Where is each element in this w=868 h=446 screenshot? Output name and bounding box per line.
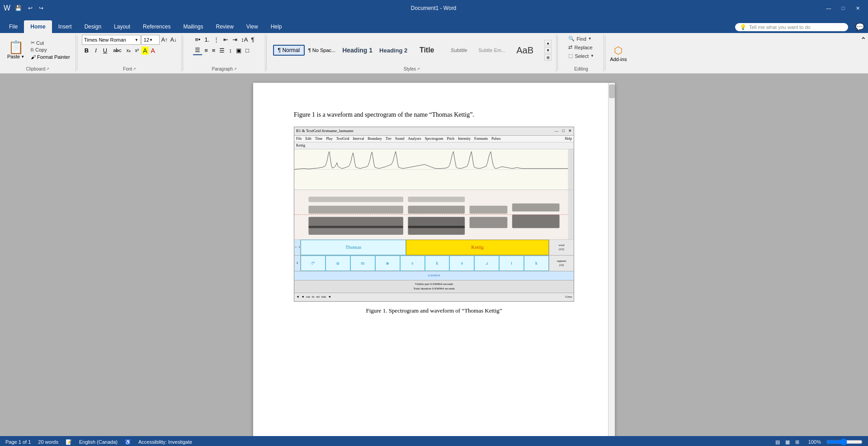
numbering-btn[interactable]: 1. [203,35,211,44]
style-normal[interactable]: ¶ Normal [273,45,305,56]
styles-expand[interactable]: ⊞ [544,54,552,61]
spec-textgrid-segments: 2 tʰ ɑ m ə s k e ɹ t k segment (10) [294,256,574,271]
body-paragraph[interactable]: Figure 1 is a waveform and spectrogram o… [294,110,574,119]
align-right-btn[interactable]: ≡ [210,46,217,55]
increase-font-btn[interactable]: A↑ [160,36,169,43]
align-left-btn[interactable]: ☰ [193,46,202,55]
find-icon: 🔍 [568,36,575,42]
tab-help[interactable]: Help [264,20,288,33]
styles-scroll-down[interactable]: ▼ [544,47,552,53]
ctrl-play[interactable]: ◄ [328,294,331,299]
cut-button[interactable]: ✂ Cut [29,39,72,46]
find-dropdown-icon[interactable]: ▼ [588,37,592,41]
style-no-space[interactable]: ¶ No Spac... [305,46,339,55]
style-heading-large[interactable]: AaB [509,43,541,57]
redo-quick-btn[interactable]: ↪ [37,4,45,12]
word-count: 20 words [38,439,58,445]
justify-btn[interactable]: ☰ [217,46,226,55]
print-layout-icon[interactable]: ▦ [785,439,790,445]
tell-me-text[interactable]: Tell me what you want to do [749,24,811,30]
svg-rect-6 [308,196,403,202]
find-button[interactable]: 🔍 Find ▼ [566,35,594,43]
accessibility-status[interactable]: Accessibility: Investigate [138,439,192,445]
borders-btn[interactable]: □ [244,46,251,55]
subscript-btn[interactable]: x₂ [125,47,132,54]
zoom-slider[interactable] [826,438,863,446]
web-layout-icon[interactable]: ⊞ [795,439,799,445]
styles-expand-icon[interactable]: ↗ [417,67,420,71]
scroll-thumb[interactable] [609,85,615,98]
ctrl-back[interactable]: ◄ [296,294,299,299]
style-heading1[interactable]: Heading 1 [339,45,376,56]
superscript-btn[interactable]: x² [133,47,141,54]
ctrl-in[interactable]: in [312,294,314,299]
tab-mailings[interactable]: Mailings [177,20,209,33]
paragraph-expand-icon[interactable]: ↗ [234,67,237,71]
svg-rect-10 [408,196,465,202]
style-heading2[interactable]: Heading 2 [376,45,410,56]
select-button[interactable]: ⬚ Select ▼ [566,52,597,60]
show-hide-btn[interactable]: ¶ [250,35,255,44]
tab-home[interactable]: Home [24,20,52,33]
document-scrollbar[interactable] [608,83,615,436]
tab-view[interactable]: View [240,20,264,33]
bold-btn[interactable]: B [82,46,91,55]
styles-scroll-up[interactable]: ▲ [544,40,552,46]
copy-button[interactable]: ⎘ Copy [29,47,72,53]
chevron-up-icon: ⌃ [860,36,866,44]
minimize-btn[interactable]: — [822,4,835,13]
ctrl-out[interactable]: out [306,294,310,299]
close-btn[interactable]: ✕ [851,4,864,13]
align-center-btn[interactable]: ≡ [203,46,210,55]
svg-rect-12 [470,217,508,228]
style-title[interactable]: Title [411,44,443,56]
tab-layout[interactable]: Layout [108,20,137,33]
replace-button[interactable]: ⇄ Replace [566,43,595,51]
ctrl-sel[interactable]: sel [316,294,320,299]
language-status[interactable]: English (Canada) [79,439,118,445]
style-subtitle[interactable]: Subtitle [443,46,475,55]
font-name-selector[interactable]: Times New Roman ▼ [82,35,141,45]
paste-button[interactable]: 📋 Paste ▼ [4,39,28,61]
select-dropdown-icon[interactable]: ▼ [590,54,594,58]
font-size-dropdown-icon: ▼ [149,38,153,42]
underline-btn[interactable]: U [100,46,110,55]
read-mode-icon[interactable]: ▤ [775,439,780,445]
font-dropdown-icon: ▼ [135,38,138,42]
collapse-ribbon-btn[interactable]: ⌃ [859,34,868,46]
share-icon[interactable]: 💬 [855,23,864,31]
spec-controls: ◄ ◄ out in sel bak ◄ Gruu [294,293,574,301]
shading-btn[interactable]: ▣ [234,46,243,55]
tab-insert[interactable]: Insert [52,20,78,33]
tab-references[interactable]: References [137,20,177,33]
decrease-indent-btn[interactable]: ⇤ [222,35,230,44]
save-quick-btn[interactable]: 💾 [13,4,24,12]
decrease-font-btn[interactable]: A↓ [170,36,178,43]
strikethrough-btn[interactable]: ab̶c [111,47,124,54]
highlight-btn[interactable]: A [142,47,148,55]
style-subtle-em[interactable]: Subtle Em... [475,46,509,55]
bullets-btn[interactable]: ≡• [193,35,202,44]
paste-dropdown-icon[interactable]: ▼ [21,55,24,59]
line-spacing-btn[interactable]: ↕ [227,46,234,55]
sort-btn[interactable]: ↕A [240,35,249,44]
increase-indent-btn[interactable]: ⇥ [231,35,239,44]
tab-review[interactable]: Review [209,20,240,33]
italic-btn[interactable]: I [92,46,99,55]
tab-design[interactable]: Design [78,20,108,33]
clipboard-expand-icon[interactable]: ↗ [46,67,49,71]
window-title: Document1 - Word [45,5,822,11]
font-expand-icon[interactable]: ↗ [133,67,136,71]
multilevel-btn[interactable]: ⋮ [212,35,221,44]
document-page[interactable]: Figure 1 is a waveform and spectrogram o… [253,83,615,436]
ctrl-bak[interactable]: bak [321,294,326,299]
ctrl-back2[interactable]: ◄ [301,294,304,299]
font-size-selector[interactable]: 12 ▼ [142,35,160,45]
tab-file[interactable]: File [3,20,24,33]
svg-rect-11 [408,226,465,235]
font-color-btn[interactable]: A [150,47,156,55]
lightbulb-icon: 💡 [740,24,746,30]
format-painter-button[interactable]: 🖌 Format Painter [29,53,72,61]
maximize-btn[interactable]: □ [836,4,850,13]
undo-quick-btn[interactable]: ↩ [26,4,34,12]
